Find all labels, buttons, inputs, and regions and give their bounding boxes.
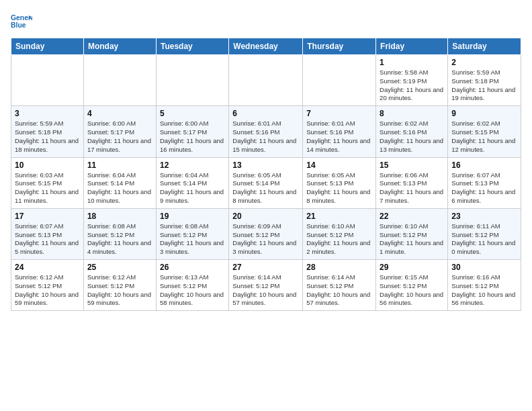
calendar-cell: 1Sunrise: 5:58 AM Sunset: 5:19 PM Daylig…	[376, 55, 448, 106]
weekday-header: Friday	[376, 38, 448, 55]
calendar-cell: 13Sunrise: 6:05 AM Sunset: 5:14 PM Dayli…	[229, 157, 303, 208]
day-number: 20	[232, 212, 299, 221]
day-info: Sunrise: 6:16 AM Sunset: 5:12 PM Dayligh…	[451, 273, 517, 308]
day-number: 21	[306, 212, 372, 221]
day-info: Sunrise: 6:01 AM Sunset: 5:16 PM Dayligh…	[306, 120, 372, 154]
day-number: 6	[232, 109, 299, 118]
calendar-cell: 16Sunrise: 6:07 AM Sunset: 5:13 PM Dayli…	[448, 157, 521, 208]
calendar-cell: 27Sunrise: 6:14 AM Sunset: 5:12 PM Dayli…	[229, 260, 303, 311]
day-info: Sunrise: 6:05 AM Sunset: 5:14 PM Dayligh…	[232, 171, 299, 205]
calendar-cell	[11, 55, 84, 106]
day-info: Sunrise: 6:01 AM Sunset: 5:16 PM Dayligh…	[232, 120, 299, 154]
calendar-week-row: 10Sunrise: 6:03 AM Sunset: 5:15 PM Dayli…	[11, 157, 521, 208]
day-number: 28	[306, 263, 372, 272]
day-number: 9	[451, 109, 517, 118]
day-info: Sunrise: 5:59 AM Sunset: 5:18 PM Dayligh…	[451, 68, 517, 103]
day-number: 12	[160, 161, 225, 170]
day-info: Sunrise: 6:09 AM Sunset: 5:12 PM Dayligh…	[232, 222, 299, 257]
day-number: 3	[15, 109, 80, 118]
calendar-cell	[303, 55, 376, 106]
calendar-cell: 22Sunrise: 6:10 AM Sunset: 5:12 PM Dayli…	[376, 208, 448, 259]
calendar-cell: 12Sunrise: 6:04 AM Sunset: 5:14 PM Dayli…	[156, 157, 228, 208]
day-info: Sunrise: 6:02 AM Sunset: 5:16 PM Dayligh…	[380, 120, 444, 154]
calendar-cell: 15Sunrise: 6:06 AM Sunset: 5:13 PM Dayli…	[376, 157, 448, 208]
day-number: 30	[451, 263, 517, 272]
day-info: Sunrise: 6:08 AM Sunset: 5:12 PM Dayligh…	[87, 222, 152, 257]
day-number: 18	[87, 212, 152, 221]
calendar-table: SundayMondayTuesdayWednesdayThursdayFrid…	[11, 38, 521, 311]
calendar-week-row: 1Sunrise: 5:58 AM Sunset: 5:19 PM Daylig…	[11, 55, 521, 106]
calendar-cell: 7Sunrise: 6:01 AM Sunset: 5:16 PM Daylig…	[303, 106, 376, 157]
day-number: 19	[160, 212, 225, 221]
calendar-cell: 4Sunrise: 6:00 AM Sunset: 5:17 PM Daylig…	[83, 106, 156, 157]
calendar-header-row: SundayMondayTuesdayWednesdayThursdayFrid…	[11, 38, 521, 55]
weekday-header: Saturday	[448, 38, 521, 55]
calendar-cell: 17Sunrise: 6:07 AM Sunset: 5:13 PM Dayli…	[11, 208, 84, 259]
day-info: Sunrise: 6:00 AM Sunset: 5:17 PM Dayligh…	[87, 120, 152, 154]
logo: General Blue	[11, 11, 32, 32]
calendar-cell: 11Sunrise: 6:04 AM Sunset: 5:14 PM Dayli…	[83, 157, 156, 208]
calendar-cell	[229, 55, 303, 106]
day-info: Sunrise: 6:11 AM Sunset: 5:12 PM Dayligh…	[451, 222, 517, 257]
calendar-cell: 29Sunrise: 6:15 AM Sunset: 5:12 PM Dayli…	[376, 260, 448, 311]
day-info: Sunrise: 6:14 AM Sunset: 5:12 PM Dayligh…	[232, 273, 299, 308]
calendar-cell: 18Sunrise: 6:08 AM Sunset: 5:12 PM Dayli…	[83, 208, 156, 259]
day-info: Sunrise: 6:14 AM Sunset: 5:12 PM Dayligh…	[306, 273, 372, 308]
weekday-header: Sunday	[11, 38, 84, 55]
calendar-cell	[83, 55, 156, 106]
day-number: 22	[380, 212, 444, 221]
day-number: 7	[306, 109, 372, 118]
day-number: 16	[451, 161, 517, 170]
calendar-cell: 23Sunrise: 6:11 AM Sunset: 5:12 PM Dayli…	[448, 208, 521, 259]
calendar-cell	[156, 55, 228, 106]
day-number: 27	[232, 263, 299, 272]
logo-icon: General Blue	[11, 11, 32, 32]
day-info: Sunrise: 6:06 AM Sunset: 5:13 PM Dayligh…	[380, 171, 444, 205]
day-number: 13	[232, 161, 299, 170]
weekday-header: Wednesday	[229, 38, 303, 55]
day-info: Sunrise: 6:12 AM Sunset: 5:12 PM Dayligh…	[87, 273, 152, 308]
calendar-cell: 9Sunrise: 6:02 AM Sunset: 5:15 PM Daylig…	[448, 106, 521, 157]
day-info: Sunrise: 6:10 AM Sunset: 5:12 PM Dayligh…	[306, 222, 372, 257]
calendar-cell: 2Sunrise: 5:59 AM Sunset: 5:18 PM Daylig…	[448, 55, 521, 106]
calendar-week-row: 24Sunrise: 6:12 AM Sunset: 5:12 PM Dayli…	[11, 260, 521, 311]
day-number: 24	[15, 263, 80, 272]
day-number: 11	[87, 161, 152, 170]
day-number: 29	[380, 263, 444, 272]
day-number: 17	[15, 212, 80, 221]
calendar-cell: 26Sunrise: 6:13 AM Sunset: 5:12 PM Dayli…	[156, 260, 228, 311]
day-number: 23	[451, 212, 517, 221]
page-header: General Blue	[11, 11, 521, 32]
day-info: Sunrise: 6:04 AM Sunset: 5:14 PM Dayligh…	[87, 171, 152, 205]
day-info: Sunrise: 6:04 AM Sunset: 5:14 PM Dayligh…	[160, 171, 225, 205]
calendar-cell: 20Sunrise: 6:09 AM Sunset: 5:12 PM Dayli…	[229, 208, 303, 259]
day-info: Sunrise: 6:07 AM Sunset: 5:13 PM Dayligh…	[451, 171, 517, 205]
calendar-week-row: 3Sunrise: 5:59 AM Sunset: 5:18 PM Daylig…	[11, 106, 521, 157]
day-info: Sunrise: 6:07 AM Sunset: 5:13 PM Dayligh…	[15, 222, 80, 257]
calendar-cell: 19Sunrise: 6:08 AM Sunset: 5:12 PM Dayli…	[156, 208, 228, 259]
day-info: Sunrise: 6:13 AM Sunset: 5:12 PM Dayligh…	[160, 273, 225, 308]
calendar-cell: 28Sunrise: 6:14 AM Sunset: 5:12 PM Dayli…	[303, 260, 376, 311]
day-info: Sunrise: 6:15 AM Sunset: 5:12 PM Dayligh…	[380, 273, 444, 308]
calendar-cell: 3Sunrise: 5:59 AM Sunset: 5:18 PM Daylig…	[11, 106, 84, 157]
day-number: 1	[380, 58, 444, 67]
calendar-cell: 30Sunrise: 6:16 AM Sunset: 5:12 PM Dayli…	[448, 260, 521, 311]
day-info: Sunrise: 6:08 AM Sunset: 5:12 PM Dayligh…	[160, 222, 225, 257]
day-info: Sunrise: 6:02 AM Sunset: 5:15 PM Dayligh…	[451, 120, 517, 154]
day-info: Sunrise: 5:59 AM Sunset: 5:18 PM Dayligh…	[15, 120, 80, 154]
calendar-week-row: 17Sunrise: 6:07 AM Sunset: 5:13 PM Dayli…	[11, 208, 521, 259]
day-info: Sunrise: 6:12 AM Sunset: 5:12 PM Dayligh…	[15, 273, 80, 308]
calendar-cell: 10Sunrise: 6:03 AM Sunset: 5:15 PM Dayli…	[11, 157, 84, 208]
day-number: 25	[87, 263, 152, 272]
calendar-cell: 8Sunrise: 6:02 AM Sunset: 5:16 PM Daylig…	[376, 106, 448, 157]
calendar-cell: 21Sunrise: 6:10 AM Sunset: 5:12 PM Dayli…	[303, 208, 376, 259]
day-info: Sunrise: 6:00 AM Sunset: 5:17 PM Dayligh…	[160, 120, 225, 154]
day-number: 5	[160, 109, 225, 118]
day-number: 26	[160, 263, 225, 272]
svg-text:Blue: Blue	[11, 21, 26, 29]
day-number: 14	[306, 161, 372, 170]
day-info: Sunrise: 6:03 AM Sunset: 5:15 PM Dayligh…	[15, 171, 80, 205]
weekday-header: Tuesday	[156, 38, 228, 55]
calendar-cell: 25Sunrise: 6:12 AM Sunset: 5:12 PM Dayli…	[83, 260, 156, 311]
calendar-cell: 5Sunrise: 6:00 AM Sunset: 5:17 PM Daylig…	[156, 106, 228, 157]
